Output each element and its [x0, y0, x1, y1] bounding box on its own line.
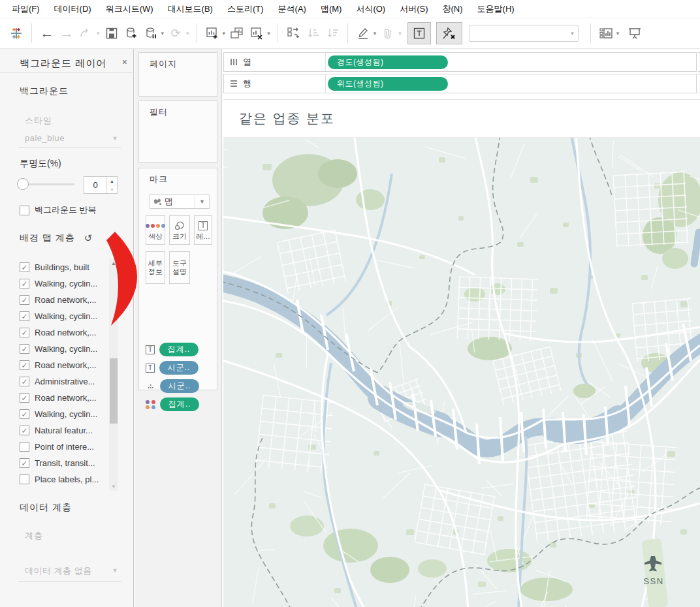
menu-item[interactable]: 데이터(D) — [48, 1, 98, 18]
layer-checkbox[interactable]: ✓ — [20, 295, 29, 305]
show-me-button[interactable] — [596, 22, 616, 44]
mark-type-value: 맵 — [165, 196, 173, 208]
map-layer-row: ✓ Transit, transit... — [0, 455, 109, 471]
menu-item[interactable]: 맵(M) — [314, 1, 349, 18]
back-button[interactable]: ← — [37, 22, 57, 44]
data-layer-select[interactable]: 데이터 계층 없음 ▼ — [18, 563, 121, 582]
color-icon[interactable] — [146, 400, 155, 409]
label-icon[interactable]: T — [146, 345, 155, 354]
close-icon[interactable]: × — [122, 57, 127, 67]
tooltip-button[interactable]: 도구설명 — [169, 251, 190, 284]
columns-pill[interactable]: 경도(생성됨) — [328, 55, 448, 69]
opacity-input[interactable] — [84, 177, 106, 193]
mark-type-select[interactable]: 맵 ▼ — [150, 195, 210, 209]
duplicate-sheet-button[interactable] — [227, 22, 247, 44]
layer-checkbox[interactable]: ✓ — [20, 262, 29, 272]
add-data-button[interactable] — [121, 22, 141, 44]
filters-card[interactable]: 필터 — [138, 101, 217, 163]
layer-label: Point of intere... — [35, 442, 94, 452]
new-worksheet-caret-icon[interactable]: ▾ — [223, 30, 226, 37]
swap-axes-button[interactable] — [283, 22, 303, 44]
reset-layers-icon[interactable]: ↺ — [84, 232, 93, 244]
scroll-down-icon[interactable]: ▼ — [111, 484, 116, 490]
opacity-slider[interactable] — [17, 178, 74, 191]
layer-checkbox[interactable] — [20, 442, 29, 452]
layer-label: Road network,... — [35, 393, 97, 403]
pages-card-title: 페이지 — [139, 53, 217, 70]
save-button[interactable] — [102, 22, 121, 44]
repeat-background-checkbox[interactable] — [20, 206, 29, 215]
spinner-down-icon[interactable]: ▼ — [107, 185, 117, 193]
layer-checkbox[interactable]: ✓ — [20, 409, 29, 419]
menu-item[interactable]: 분석(A) — [272, 1, 313, 18]
spinner-up-icon[interactable]: ▲ — [107, 177, 117, 185]
layer-checkbox[interactable]: ✓ — [20, 393, 29, 403]
fit-selector[interactable]: ▾ — [469, 25, 579, 42]
size-button[interactable]: 크기 — [169, 215, 190, 245]
menu-item[interactable]: 워크시트(W) — [99, 1, 160, 18]
menu-item[interactable]: 파일(F) — [5, 1, 46, 18]
rows-shelf-label: 행 — [243, 78, 251, 89]
sort-ascending-button[interactable] — [303, 22, 323, 44]
rows-shelf[interactable]: 행 위도(생성됨) — [223, 74, 697, 93]
label-button[interactable]: T 레… — [194, 215, 212, 245]
map-layer-row: ✓ Natural featur... — [0, 422, 109, 439]
mark-pill[interactable]: 시군.. — [160, 379, 199, 393]
detail-button-label: 세부정보 — [147, 259, 164, 276]
group-members-caret-icon[interactable]: ▾ — [398, 30, 402, 37]
refresh-data-button[interactable]: ⟳ — [166, 22, 185, 44]
layer-checkbox[interactable]: ✓ — [20, 377, 29, 386]
menu-item[interactable]: 서식(O) — [349, 1, 392, 18]
menu-item[interactable]: 대시보드(B) — [161, 1, 219, 18]
forward-button[interactable]: → — [57, 22, 76, 44]
opacity-slider-handle[interactable] — [17, 178, 29, 190]
layer-checkbox[interactable]: ✓ — [20, 458, 29, 468]
new-worksheet-button[interactable] — [202, 22, 222, 44]
pages-card[interactable]: 페이지 — [138, 52, 217, 97]
layer-checkbox[interactable]: ✓ — [20, 311, 29, 321]
color-button[interactable]: 색상 — [146, 215, 165, 245]
chevron-down-icon[interactable]: ▼ — [195, 195, 209, 208]
layer-checkbox[interactable]: ✓ — [20, 344, 29, 354]
detail-icon[interactable]: •• • • — [146, 384, 155, 389]
scrollbar-thumb[interactable] — [110, 358, 118, 424]
menu-item[interactable]: 스토리(T) — [221, 1, 270, 18]
show-me-caret-icon[interactable]: ▾ — [616, 30, 620, 37]
menu-item[interactable]: 서버(S) — [393, 1, 434, 18]
label-icon[interactable]: T — [146, 364, 155, 373]
clear-sheet-caret-icon[interactable]: ▾ — [267, 30, 270, 37]
highlight-button[interactable] — [353, 22, 373, 44]
pause-data-button[interactable] — [141, 22, 161, 44]
layer-checkbox[interactable]: ✓ — [20, 328, 29, 337]
group-members-button[interactable] — [378, 22, 398, 44]
rows-pill[interactable]: 위도(생성됨) — [328, 77, 448, 91]
show-mark-labels-button[interactable] — [407, 22, 431, 44]
layer-checkbox[interactable] — [20, 475, 29, 484]
layer-list-scrollbar[interactable]: ▲ ▼ — [109, 259, 118, 491]
style-select[interactable]: pale_blue ▼ — [18, 131, 121, 148]
redo-caret-icon[interactable]: ▾ — [97, 30, 100, 37]
highlight-caret-icon[interactable]: ▾ — [374, 30, 377, 37]
layer-checkbox[interactable]: ✓ — [20, 279, 29, 288]
map-layer-row: ✓ Walking, cyclin... — [0, 341, 109, 357]
menu-item[interactable]: 도움말(H) — [471, 1, 521, 18]
clear-sheet-button[interactable] — [247, 22, 266, 44]
scroll-up-icon[interactable]: ▲ — [111, 260, 116, 266]
mark-pill[interactable]: 집계.. — [159, 343, 199, 356]
menu-item[interactable]: 창(N) — [436, 1, 469, 18]
fix-axes-button[interactable] — [436, 22, 462, 44]
columns-shelf[interactable]: 열 경도(생성됨) — [223, 52, 697, 72]
detail-button[interactable]: 세부정보 — [146, 251, 165, 284]
mark-pill[interactable]: 시군.. — [159, 361, 199, 375]
refresh-caret-icon[interactable]: ▾ — [186, 30, 189, 37]
map-view[interactable]: SSN — [223, 137, 700, 607]
presentation-mode-button[interactable] — [625, 22, 644, 44]
mark-pill[interactable]: 집계.. — [160, 397, 199, 411]
layer-label: Walking, cyclin... — [35, 311, 97, 321]
toolbar-separator — [197, 23, 197, 43]
layer-checkbox[interactable]: ✓ — [20, 360, 29, 370]
sort-descending-button[interactable] — [323, 22, 342, 44]
redo-button[interactable] — [76, 22, 96, 44]
layer-checkbox[interactable]: ✓ — [20, 426, 29, 435]
pause-data-caret-icon[interactable]: ▾ — [161, 30, 165, 37]
